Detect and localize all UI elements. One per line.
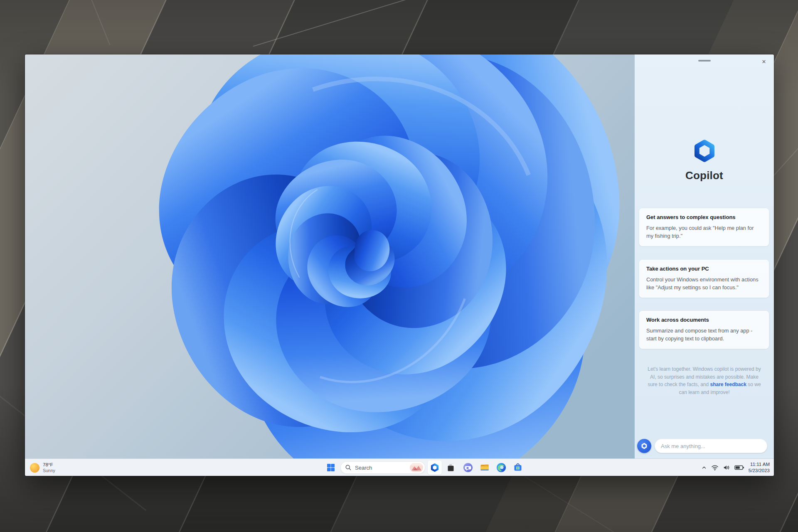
windows-logo-icon (326, 463, 336, 473)
taskbar-desktop-app-button[interactable] (444, 461, 458, 475)
close-icon[interactable]: ✕ (759, 57, 768, 66)
copilot-icon (430, 463, 440, 473)
tray-chevron-up-icon[interactable] (701, 465, 707, 470)
volume-icon[interactable] (723, 464, 730, 471)
store-icon (512, 462, 523, 473)
clock-date: 5/23/2023 (749, 468, 770, 474)
suggestion-card-questions[interactable]: Get answers to complex questions For exa… (639, 208, 769, 246)
search-box[interactable]: Search (340, 461, 425, 474)
light-streak (77, 0, 111, 45)
card-body: Control your Windows environment with ac… (646, 276, 762, 291)
ask-input[interactable] (661, 443, 761, 449)
suggestion-card-documents[interactable]: Work across documents Summarize and comp… (639, 311, 769, 349)
widgets-weather-button[interactable]: 78°F Sunny (30, 459, 55, 476)
card-title: Get answers to complex questions (646, 214, 762, 220)
taskbar-copilot-button[interactable] (428, 461, 442, 475)
chat-icon (463, 462, 473, 473)
copilot-panel: ✕ Copilot Get answers to complex questio… (635, 54, 774, 458)
share-feedback-link[interactable]: share feedback (710, 382, 746, 387)
edge-icon (496, 462, 507, 473)
panel-title: Copilot (635, 169, 774, 182)
card-title: Work across documents (646, 317, 762, 323)
taskbar-store-button[interactable] (511, 461, 525, 475)
panel-drag-handle[interactable] (698, 60, 711, 62)
light-streak (253, 0, 412, 47)
taskbar-center-icons: Search (324, 459, 525, 476)
battery-icon[interactable] (734, 465, 744, 470)
wifi-icon[interactable] (711, 464, 719, 471)
taskbar-edge-button[interactable] (494, 461, 508, 475)
system-tray: 11:11 AM 5/23/2023 (701, 459, 770, 476)
card-body: For example, you could ask "Help me plan… (646, 224, 762, 240)
card-body: Summarize and compose text from any app … (646, 327, 762, 342)
card-title: Take actions on your PC (646, 266, 762, 272)
search-icon (345, 464, 352, 471)
desktop-screen: ✕ Copilot Get answers to complex questio… (25, 54, 774, 476)
sun-icon (30, 463, 39, 473)
file-explorer-icon (479, 462, 490, 473)
copilot-chat-icon[interactable] (637, 439, 651, 453)
suggestion-card-actions[interactable]: Take actions on your PC Control your Win… (639, 260, 769, 298)
start-button[interactable] (324, 461, 338, 475)
ai-disclaimer: Let's learn together. Windows copilot is… (646, 365, 763, 396)
taskbar-chat-button[interactable] (461, 461, 475, 475)
taskbar-clock[interactable]: 11:11 AM 5/23/2023 (749, 461, 770, 474)
desktop-app-icon (446, 463, 456, 473)
weather-condition: Sunny (43, 468, 55, 473)
windows-bloom-wallpaper (25, 54, 635, 458)
copilot-logo-icon (692, 139, 717, 165)
search-placeholder: Search (355, 465, 406, 471)
taskbar-file-explorer-button[interactable] (478, 461, 492, 475)
light-streak (525, 476, 631, 532)
ask-input-pill (655, 439, 767, 453)
desktop-wallpaper[interactable] (25, 54, 635, 458)
search-highlight-image (410, 463, 423, 472)
taskbar: 78°F Sunny Search (25, 458, 774, 476)
clock-time: 11:11 AM (749, 461, 770, 468)
chat-input-row (637, 438, 767, 453)
weather-temperature: 78°F (43, 462, 55, 468)
